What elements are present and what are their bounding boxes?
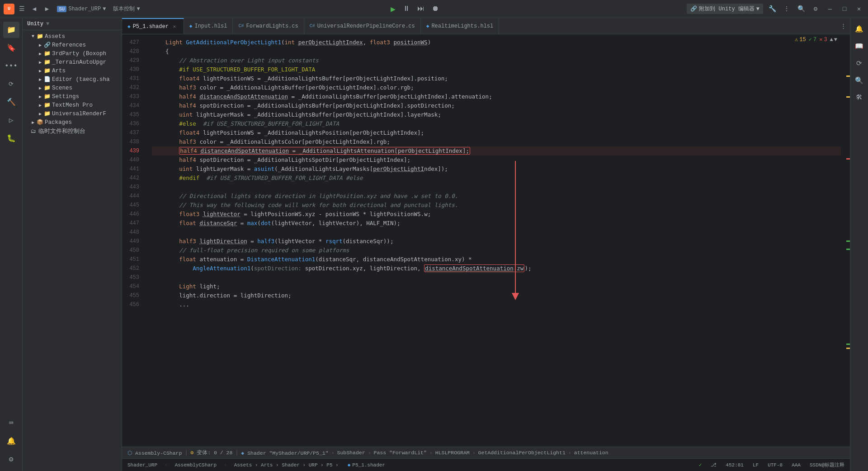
status-user[interactable]: SSDN@标题注释 — [808, 462, 846, 468]
sidebar-icon-files[interactable]: 📁 — [3, 22, 19, 38]
search-icon[interactable]: 🔍 — [796, 4, 807, 14]
breadcrumb-pass[interactable]: Pass "ForwardLit" — [374, 450, 427, 456]
file-tree: ▼ 📁 Assets ▶ 🔗 References ▶ 📁 3rdParty (… — [23, 30, 122, 471]
tree-item-assets[interactable]: ▼ 📁 Assets — [23, 32, 122, 41]
errors-badge[interactable]: ✕3 — [819, 36, 827, 43]
status-bar: Shader_URP › AssemblyCSharp › Assets › A… — [122, 458, 850, 471]
code-line-432: half3 color = _AdditionalLightsBuffer[pe… — [152, 83, 841, 92]
breadcrumb-variants[interactable]: ⚙ 变体: 0 / 28 — [190, 449, 232, 456]
code-content[interactable]: Light GetAdditionalPerObjectLight1(int p… — [145, 34, 841, 447]
vcs-button[interactable]: 版本控制 ▼ — [110, 4, 142, 14]
code-line-445: // This way the following code will work… — [152, 201, 841, 210]
attach-unity-button[interactable]: 🔗 附加到 Unity 编辑器 ▼ — [687, 4, 763, 14]
status-file[interactable]: ◆ P5_1.shader — [346, 462, 387, 468]
tab-realtimelights[interactable]: ◆ RealtimeLights.hlsl — [421, 18, 499, 34]
tree-item-terrain[interactable]: ▶ 📁 _TerrainAutoUpgr — [23, 58, 122, 66]
tree-item-packages[interactable]: ▶ 📦 Packages — [23, 118, 122, 127]
extensions-icon[interactable]: 🔧 — [767, 4, 778, 14]
code-line-449: half3 lightDirection = half3(lightVector… — [152, 237, 841, 246]
code-line-441: uint lightLayerMask = asuint(_Additional… — [152, 165, 841, 174]
sidebar-icon-bookmarks[interactable]: 🔖 — [3, 40, 19, 56]
tree-item-references[interactable]: ▶ 🔗 References — [23, 41, 122, 49]
minimize-button[interactable]: — — [825, 4, 835, 14]
tree-item-arts[interactable]: ▶ 📁 Arts — [23, 66, 122, 75]
status-encoding[interactable]: UTF-8 — [766, 462, 784, 468]
status-assembly[interactable]: AssemblyCSharp — [173, 462, 218, 468]
breadcrumb-subshader[interactable]: SubShader — [337, 450, 365, 456]
sidebar-icon-vcs[interactable]: ⟳ — [3, 76, 19, 92]
tree-item-temp[interactable]: 🗂 临时文件和控制台 — [23, 127, 122, 136]
sidebar-icon-settings-bottom[interactable]: ⚙ — [3, 451, 19, 467]
breadcrumb-assembly[interactable]: ⬡ Assembly-CSharp — [127, 450, 182, 456]
status-git-indicator[interactable]: ⎇ — [709, 462, 718, 468]
rp-notifications-icon[interactable]: 🔔 — [852, 22, 867, 36]
tabs-more-button[interactable]: ⋮ — [837, 18, 850, 34]
status-ok-indicator[interactable]: ✓ — [697, 462, 704, 468]
rp-search-icon[interactable]: 🔍 — [852, 73, 867, 88]
sidebar-icon-build[interactable]: 🔨 — [3, 94, 19, 110]
maximize-button[interactable]: □ — [839, 4, 850, 14]
settings-icon[interactable]: ⚙ — [810, 4, 821, 14]
breadcrumb-attenuation[interactable]: attenuation — [574, 450, 609, 456]
tab-p51shader[interactable]: ◆ P5_1.shader ✕ — [122, 18, 184, 34]
tree-item-urp[interactable]: ▶ 📁 UniversalRenderF — [23, 109, 122, 118]
code-line-439: half4 distanceAndSpotAttenuation = _Addi… — [152, 146, 841, 155]
nav-arrows[interactable]: ▲ ▼ — [830, 37, 837, 43]
status-path[interactable]: Assets › Arts › Shader › URP › P5 › — [232, 462, 340, 468]
file-panel: Unity ▼ ▼ 📁 Assets ▶ 🔗 References — [23, 18, 122, 471]
code-line-428: { — [152, 47, 841, 56]
more-options-icon[interactable]: ⋮ — [781, 4, 792, 14]
rp-bookmarks-icon[interactable]: 📖 — [852, 39, 867, 53]
sidebar-icon-terminal[interactable]: ⌨ — [3, 415, 19, 431]
tab-forwardlights[interactable]: C# ForwardLights.cs — [233, 18, 304, 34]
pause-button[interactable]: ⏸ — [403, 5, 410, 13]
tree-item-3rdparty[interactable]: ▶ 📁 3rdParty (Boxoph — [23, 49, 122, 58]
tree-item-editor[interactable]: ▶ 📄 Editor (taecg.sha — [23, 75, 122, 84]
profile-button[interactable]: ⏺ — [432, 5, 439, 13]
code-line-442: #endif #if USE_STRUCTURED_BUFFER_FOR_LIG… — [152, 174, 841, 183]
close-button[interactable]: ✕ — [854, 4, 864, 14]
forward-button[interactable]: ▶ — [42, 4, 52, 14]
tab-inputhlsl[interactable]: ◆ Input.hlsl — [184, 18, 233, 34]
sidebar-icon-run[interactable]: ▷ — [3, 112, 19, 128]
references-label: References — [52, 42, 86, 48]
code-line-434: half4 spotDirection = _AdditionalLightsB… — [152, 101, 841, 110]
status-line-endings[interactable]: LF — [751, 462, 760, 468]
unity-label: Unity — [27, 21, 43, 27]
sidebar-icon-notifications[interactable]: 🔔 — [3, 433, 19, 449]
code-line-436: #else #if USE_STRUCTURED_BUFFER_FOR_LIGH… — [152, 119, 841, 128]
sidebar-icon-more[interactable]: ••• — [3, 58, 19, 74]
tab-close-p51shader[interactable]: ✕ — [171, 23, 178, 30]
tree-item-settings[interactable]: ▶ 📁 Settings — [23, 92, 122, 101]
sidebar-icon-debug[interactable]: 🐛 — [3, 130, 19, 146]
breadcrumb-hlsl[interactable]: HLSLPROGRAM — [435, 450, 470, 456]
rp-tools-icon[interactable]: 🛠 — [852, 90, 867, 105]
main-area: 📁 🔖 ••• ⟳ 🔨 ▷ 🐛 ⌨ 🔔 ⚙ Unity ▼ ▼ 📁 Assets — [0, 18, 868, 471]
code-line-433: half4 distanceAndSpotAttenuation = _Addi… — [152, 92, 841, 101]
rp-vcs-icon[interactable]: ⟳ — [852, 56, 867, 71]
status-font-size[interactable]: AAA — [790, 462, 802, 468]
warnings-badge[interactable]: ⚠15 — [795, 36, 806, 43]
breadcrumb-function[interactable]: GetAdditionalPerObjectLight1 — [478, 450, 566, 456]
project-selector[interactable]: SU Shader_URP ▼ — [54, 5, 108, 13]
tree-item-textmesh[interactable]: ▶ 📁 TextMesh Pro — [23, 101, 122, 109]
breadcrumb-shader[interactable]: ◆ Shader "MyShader/URP/P5_1" — [241, 450, 328, 456]
line-numbers: 427 428 429 430 431 432 433 434 435 436 … — [122, 34, 145, 447]
step-button[interactable]: ⏭ — [417, 5, 425, 13]
code-line-444: // Directional lights store direction in… — [152, 192, 841, 201]
back-button[interactable]: ◀ — [29, 4, 40, 14]
breadcrumb-bar: ⬡ Assembly-CSharp │ ⚙ 变体: 0 / 28 │ ◆ Sha… — [122, 447, 850, 458]
editor-area: ◆ P5_1.shader ✕ ◆ Input.hlsl C# ForwardL… — [122, 18, 850, 471]
code-line-448 — [152, 228, 841, 237]
code-line-435: uint lightLayerMask = _AdditionalLightsB… — [152, 110, 841, 119]
code-line-452: AngleAttenuation1(spotDirection: spotDir… — [152, 264, 841, 273]
code-line-430: #if USE_STRUCTURED_BUFFER_FOR_LIGHT_DATA — [152, 65, 841, 74]
status-line-col[interactable]: 452:81 — [724, 462, 745, 468]
play-button[interactable]: ▶ — [391, 4, 396, 14]
ok-badge[interactable]: ✓7 — [809, 36, 816, 43]
menu-icon[interactable]: ☰ — [16, 4, 27, 14]
code-line-450: // full-float precision required on some… — [152, 246, 841, 255]
tab-urpcore[interactable]: C# UniversalRenderPipelineCore.cs — [304, 18, 421, 34]
status-project[interactable]: Shader_URP — [126, 462, 159, 468]
tree-item-scenes[interactable]: ▶ 📁 Scenes — [23, 84, 122, 92]
